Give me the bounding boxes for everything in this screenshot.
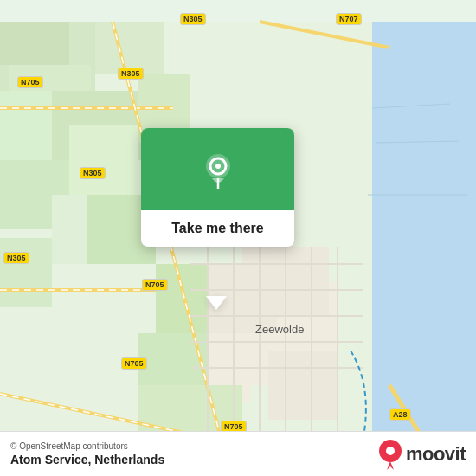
svg-rect-9 [69, 125, 138, 195]
location-pin-icon [199, 151, 237, 189]
road-label-n305-lower: N305 [80, 167, 106, 179]
road-label-n705-top: N705 [17, 76, 43, 88]
road-label-n705-lower: N705 [121, 357, 147, 370]
svg-point-52 [386, 447, 395, 455]
road-label-a28: A28 [389, 408, 411, 421]
popup-card: Take me there [141, 128, 294, 247]
svg-rect-3 [0, 22, 69, 65]
bottom-left-info: © OpenStreetMap contributors Atom Servic… [10, 441, 164, 466]
svg-rect-18 [268, 351, 338, 420]
road-label-n705-mid: N705 [142, 279, 168, 291]
moovit-pin-logo [378, 439, 402, 470]
location-name: Atom Service, Netherlands [10, 453, 164, 466]
road-label-n305-top: N305 [180, 13, 206, 25]
take-me-there-button[interactable]: Take me there [141, 210, 294, 247]
svg-point-50 [215, 164, 221, 169]
svg-rect-5 [95, 22, 164, 74]
svg-text:Zeewolde: Zeewolde [255, 323, 304, 336]
road-label-n707: N707 [336, 13, 362, 25]
moovit-logo: moovit [378, 439, 466, 470]
bottom-bar: © OpenStreetMap contributors Atom Servic… [0, 431, 476, 476]
popup-pointer [206, 296, 227, 310]
road-label-n305-left: N305 [3, 252, 29, 264]
map-container: Zeewolde N305 N707 N705 N305 N305 N305 N… [0, 0, 476, 476]
svg-rect-12 [0, 238, 52, 307]
road-label-n305-mid: N305 [118, 68, 144, 80]
svg-rect-7 [0, 91, 52, 160]
moovit-text: moovit [406, 443, 466, 466]
svg-rect-20 [156, 264, 208, 333]
attribution-text: © OpenStreetMap contributors [10, 441, 164, 451]
popup-green-header [141, 128, 294, 210]
